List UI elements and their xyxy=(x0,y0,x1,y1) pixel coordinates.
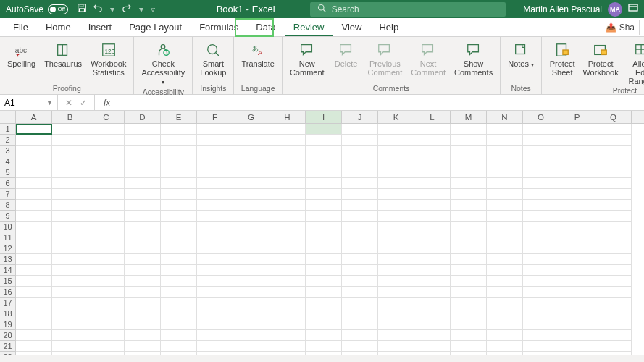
cell[interactable] xyxy=(88,330,125,341)
user-account[interactable]: Martin Allen Pascual MA xyxy=(523,2,638,17)
cell[interactable] xyxy=(378,124,414,135)
column-header-Q[interactable]: Q xyxy=(595,111,632,123)
cell[interactable] xyxy=(342,276,378,287)
cell[interactable] xyxy=(306,287,342,298)
cell[interactable] xyxy=(342,243,378,254)
cell[interactable] xyxy=(559,200,595,211)
cell[interactable] xyxy=(197,200,233,211)
cell[interactable] xyxy=(378,330,414,341)
cell[interactable] xyxy=(595,265,632,276)
cell[interactable] xyxy=(487,124,523,135)
cell[interactable] xyxy=(342,222,378,232)
cell[interactable] xyxy=(233,254,269,265)
tab-formulas[interactable]: Formulas xyxy=(191,19,247,36)
cell[interactable] xyxy=(306,298,342,308)
cell[interactable] xyxy=(52,156,88,167)
cell[interactable] xyxy=(306,341,342,352)
cell[interactable] xyxy=(523,319,559,330)
cell[interactable] xyxy=(52,211,88,222)
cell[interactable] xyxy=(161,156,197,167)
cell[interactable] xyxy=(197,276,233,287)
cell[interactable] xyxy=(378,319,414,330)
cell[interactable] xyxy=(378,276,414,287)
cell[interactable] xyxy=(451,156,487,167)
row-header-1[interactable]: 1 xyxy=(0,124,15,135)
cell[interactable] xyxy=(88,167,125,178)
cell[interactable] xyxy=(88,319,125,330)
cell[interactable] xyxy=(197,287,233,298)
cell[interactable] xyxy=(306,232,342,243)
save-icon[interactable] xyxy=(77,3,87,15)
cell[interactable] xyxy=(559,254,595,265)
cell[interactable] xyxy=(451,167,487,178)
cell[interactable] xyxy=(16,178,52,189)
cell[interactable] xyxy=(595,124,632,135)
cell[interactable] xyxy=(414,222,451,232)
cell[interactable] xyxy=(342,189,378,200)
row-header-12[interactable]: 12 xyxy=(0,243,15,254)
cell[interactable] xyxy=(233,167,269,178)
translate-button[interactable]: あATranslate xyxy=(238,38,277,83)
cell[interactable] xyxy=(269,200,306,211)
cell[interactable] xyxy=(523,200,559,211)
cell[interactable] xyxy=(414,243,451,254)
cell[interactable] xyxy=(161,189,197,200)
column-header-A[interactable]: A xyxy=(16,111,52,123)
cell[interactable] xyxy=(414,319,451,330)
cell[interactable] xyxy=(125,124,161,135)
cell[interactable] xyxy=(559,330,595,341)
cell[interactable] xyxy=(233,156,269,167)
cell[interactable] xyxy=(487,319,523,330)
cell[interactable] xyxy=(487,287,523,298)
cell[interactable] xyxy=(342,308,378,319)
cell[interactable] xyxy=(378,222,414,232)
cell[interactable] xyxy=(414,232,451,243)
name-box[interactable]: ▼ xyxy=(0,95,58,110)
cell[interactable] xyxy=(197,298,233,308)
cell[interactable] xyxy=(233,308,269,319)
cell[interactable] xyxy=(487,167,523,178)
cell[interactable] xyxy=(125,189,161,200)
protect-sheet-button[interactable]: ProtectSheet xyxy=(546,38,578,85)
cell[interactable] xyxy=(342,156,378,167)
cell[interactable] xyxy=(342,254,378,265)
cell[interactable] xyxy=(161,135,197,146)
cell[interactable] xyxy=(487,222,523,232)
cell[interactable] xyxy=(233,287,269,298)
cell[interactable] xyxy=(595,178,632,189)
cell[interactable] xyxy=(88,298,125,308)
cell[interactable] xyxy=(487,200,523,211)
undo-icon[interactable] xyxy=(93,4,103,14)
column-header-L[interactable]: L xyxy=(414,111,451,123)
notes-button[interactable]: Notes ▾ xyxy=(505,38,537,83)
cell[interactable] xyxy=(197,167,233,178)
cell[interactable] xyxy=(523,298,559,308)
cell[interactable] xyxy=(306,276,342,287)
column-header-C[interactable]: C xyxy=(88,111,125,123)
cell[interactable] xyxy=(306,167,342,178)
cell[interactable] xyxy=(523,243,559,254)
cell[interactable] xyxy=(125,276,161,287)
cell[interactable] xyxy=(125,178,161,189)
cell[interactable] xyxy=(88,232,125,243)
row-header-13[interactable]: 13 xyxy=(0,254,15,265)
column-header-I[interactable]: I xyxy=(306,111,342,123)
cell[interactable] xyxy=(161,341,197,352)
cell[interactable] xyxy=(595,200,632,211)
cell[interactable] xyxy=(414,156,451,167)
cell[interactable] xyxy=(414,276,451,287)
cell[interactable] xyxy=(269,167,306,178)
cell[interactable] xyxy=(161,276,197,287)
cell[interactable] xyxy=(378,146,414,156)
row-header-16[interactable]: 16 xyxy=(0,287,15,298)
namebox-dropdown-icon[interactable]: ▼ xyxy=(46,99,53,106)
cell[interactable] xyxy=(378,298,414,308)
column-header-N[interactable]: N xyxy=(487,111,523,123)
cell[interactable] xyxy=(342,319,378,330)
cell[interactable] xyxy=(125,330,161,341)
column-header-E[interactable]: E xyxy=(161,111,197,123)
cell[interactable] xyxy=(306,189,342,200)
cell[interactable] xyxy=(161,178,197,189)
cell[interactable] xyxy=(451,135,487,146)
cell[interactable] xyxy=(197,189,233,200)
